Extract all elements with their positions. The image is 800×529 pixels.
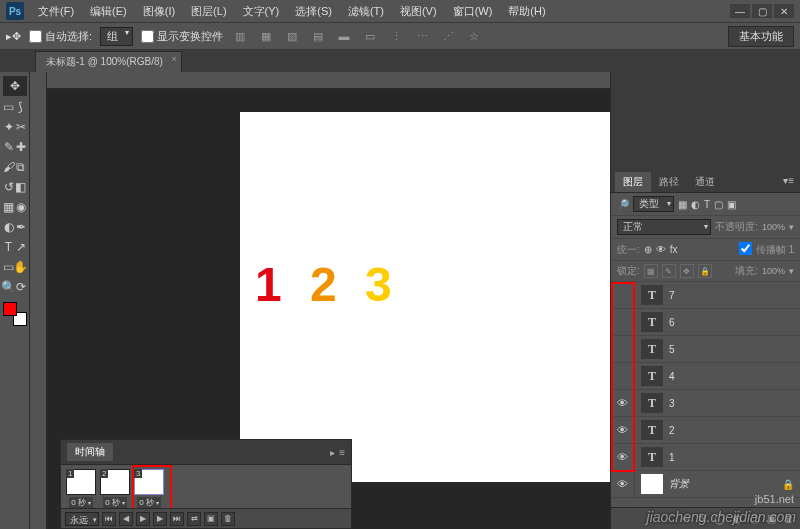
tl-last-button[interactable]: ⏭ (170, 512, 184, 526)
maximize-button[interactable]: ▢ (752, 4, 772, 18)
frame-2[interactable]: 2 0 秒 (99, 469, 131, 508)
autoselect-checkbox[interactable] (29, 30, 42, 43)
tl-newframe-button[interactable]: ▣ (204, 512, 218, 526)
lasso-tool[interactable]: ⟆ (15, 97, 27, 117)
stamp-tool[interactable]: ⧉ (15, 157, 27, 177)
layer-3-visibility[interactable]: 👁 (611, 390, 635, 416)
lock-trans-icon[interactable]: ▦ (644, 264, 658, 278)
fg-color-swatch[interactable] (3, 302, 17, 316)
ruler-vertical[interactable] (30, 72, 47, 529)
layer-6[interactable]: T6 (611, 309, 800, 336)
menu-layer[interactable]: 图层(L) (183, 2, 234, 21)
filter-smart-icon[interactable]: ▣ (727, 199, 736, 210)
unify-vis-icon[interactable]: 👁 (656, 244, 666, 255)
menu-image[interactable]: 图像(I) (135, 2, 183, 21)
menu-window[interactable]: 窗口(W) (445, 2, 501, 21)
menu-edit[interactable]: 编辑(E) (82, 2, 135, 21)
zoom-tool[interactable]: 🔍 (3, 277, 15, 297)
lock-all-icon[interactable]: 🔒 (698, 264, 712, 278)
tl-play-button[interactable]: ▶ (136, 512, 150, 526)
menu-select[interactable]: 选择(S) (287, 2, 340, 21)
align-center-icon[interactable]: ▦ (257, 27, 275, 45)
eyedropper-tool[interactable]: ✎ (3, 137, 15, 157)
autoselect-dropdown[interactable]: 组 (100, 27, 133, 46)
layer-2-visibility[interactable]: 👁 (611, 417, 635, 443)
document-tab[interactable]: 未标题-1 @ 100%(RGB/8) × (35, 51, 182, 72)
unify-style-icon[interactable]: fx (670, 244, 678, 255)
lock-pos-icon[interactable]: ✥ (680, 264, 694, 278)
eraser-tool[interactable]: ◧ (15, 177, 27, 197)
hand-tool[interactable]: ✋ (15, 257, 27, 277)
timeline-collapse-icon[interactable]: ▸ (330, 447, 335, 458)
gradient-tool[interactable]: ▦ (3, 197, 15, 217)
opacity-value[interactable]: 100% (762, 222, 785, 232)
pen-tool[interactable]: ✒ (15, 217, 27, 237)
wand-tool[interactable]: ✦ (3, 117, 15, 137)
workspace-switcher[interactable]: 基本功能 (728, 26, 794, 47)
filter-kind-dropdown[interactable]: 类型 (633, 196, 674, 212)
align-right-icon[interactable]: ▧ (283, 27, 301, 45)
tl-delete-button[interactable]: 🗑 (221, 512, 235, 526)
align-middle-icon[interactable]: ▬ (335, 27, 353, 45)
3d-mode-icon[interactable]: ☆ (465, 27, 483, 45)
history-brush-tool[interactable]: ↺ (3, 177, 15, 197)
dodge-tool[interactable]: ◐ (3, 217, 15, 237)
close-tab-icon[interactable]: × (172, 54, 177, 64)
propagate-checkbox[interactable] (739, 242, 752, 255)
layer-4-visibility[interactable] (611, 363, 635, 389)
menu-filter[interactable]: 滤镜(T) (340, 2, 392, 21)
layer-bg-visibility[interactable]: 👁 (611, 471, 635, 497)
tab-paths[interactable]: 路径 (651, 172, 687, 192)
ruler-horizontal[interactable] (47, 72, 610, 89)
menu-help[interactable]: 帮助(H) (500, 2, 553, 21)
crop-tool[interactable]: ✂ (15, 117, 27, 137)
filter-adjust-icon[interactable]: ◐ (691, 199, 700, 210)
tab-channels[interactable]: 通道 (687, 172, 723, 192)
menu-view[interactable]: 视图(V) (392, 2, 445, 21)
layer-7-visibility[interactable] (611, 282, 635, 308)
distribute-2-icon[interactable]: ⋯ (413, 27, 431, 45)
filter-shape-icon[interactable]: ▢ (714, 199, 723, 210)
marquee-tool[interactable]: ▭ (3, 97, 15, 117)
layer-1[interactable]: 👁T1 (611, 444, 800, 471)
tl-first-button[interactable]: ⏮ (102, 512, 116, 526)
fill-value[interactable]: 100% (762, 266, 785, 276)
panel-menu-icon[interactable]: ▾≡ (777, 172, 800, 192)
filter-pixel-icon[interactable]: ▦ (678, 199, 687, 210)
move-tool[interactable]: ✥ (3, 76, 27, 96)
minimize-button[interactable]: — (730, 4, 750, 18)
blend-mode-dropdown[interactable]: 正常 (617, 219, 711, 235)
timeline-tab[interactable]: 时间轴 (67, 443, 113, 461)
layer-5-visibility[interactable] (611, 336, 635, 362)
layer-1-visibility[interactable]: 👁 (611, 444, 635, 470)
transform-checkbox[interactable] (141, 30, 154, 43)
frame-2-duration[interactable]: 0 秒 (103, 497, 127, 508)
tl-tween-button[interactable]: ⇄ (187, 512, 201, 526)
layer-5[interactable]: T5 (611, 336, 800, 363)
align-left-icon[interactable]: ▥ (231, 27, 249, 45)
timeline-menu-icon[interactable]: ≡ (339, 447, 345, 458)
brush-tool[interactable]: 🖌 (3, 157, 15, 177)
layer-3[interactable]: 👁T3 (611, 390, 800, 417)
collapsed-panels[interactable] (611, 72, 800, 172)
menu-type[interactable]: 文字(Y) (235, 2, 288, 21)
frame-1-duration[interactable]: 0 秒 (69, 497, 93, 508)
color-swatches[interactable] (3, 302, 27, 326)
frame-3-duration[interactable]: 0 秒 (137, 497, 161, 508)
blur-tool[interactable]: ◉ (15, 197, 27, 217)
tl-next-button[interactable]: ▶ (153, 512, 167, 526)
unify-pos-icon[interactable]: ⊕ (644, 244, 652, 255)
distribute-3-icon[interactable]: ⋰ (439, 27, 457, 45)
layer-2[interactable]: 👁T2 (611, 417, 800, 444)
lock-pixel-icon[interactable]: ✎ (662, 264, 676, 278)
tab-layers[interactable]: 图层 (615, 172, 651, 192)
heal-tool[interactable]: ✚ (15, 137, 27, 157)
tl-prev-button[interactable]: ◀ (119, 512, 133, 526)
layer-7[interactable]: T7 (611, 282, 800, 309)
distribute-1-icon[interactable]: ⋮ (387, 27, 405, 45)
menu-file[interactable]: 文件(F) (30, 2, 82, 21)
close-button[interactable]: ✕ (774, 4, 794, 18)
align-top-icon[interactable]: ▤ (309, 27, 327, 45)
layer-4[interactable]: T4 (611, 363, 800, 390)
frame-3[interactable]: 3 0 秒 (133, 469, 165, 508)
